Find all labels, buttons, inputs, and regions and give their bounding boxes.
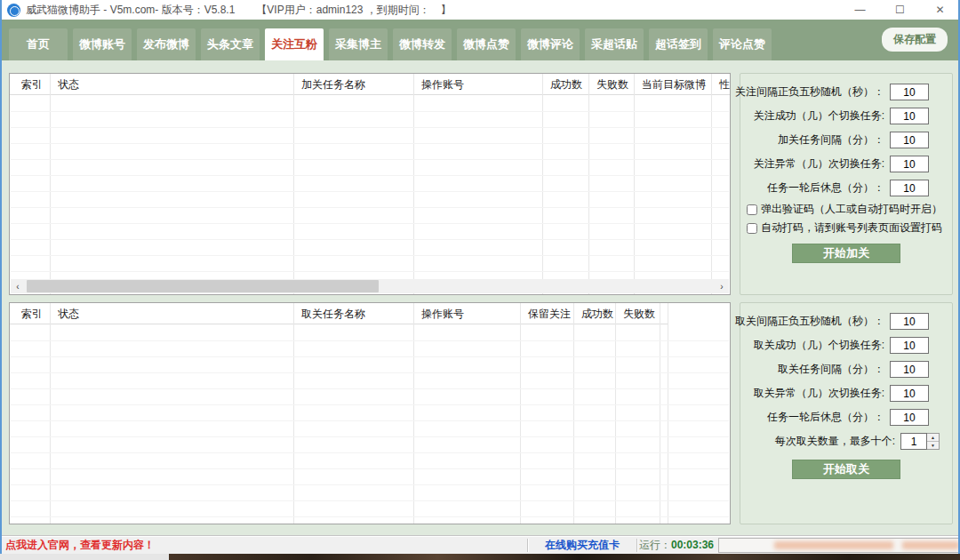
close-button-icon[interactable]: ✕ [920,0,960,20]
follow-table-hscrollbar[interactable]: ‹ › [11,279,729,293]
tab-home[interactable]: 首页 [9,28,68,60]
tab-weibo-repost[interactable]: 微博转发 [393,28,452,60]
follow-col-fail[interactable]: 失败数 [589,74,634,95]
scroll-right-icon[interactable]: › [715,279,729,293]
tab-collect-bloggers[interactable]: 采集博主 [329,28,388,60]
unfollow-task-interval-input[interactable] [890,361,929,378]
save-config-button[interactable]: 保存配置 [882,28,948,52]
follow-error-switch-input[interactable] [890,156,929,172]
tab-weibo-accounts[interactable]: 微博账号 [73,28,132,60]
desktop-wallpaper-strip [169,554,960,560]
tab-publish-weibo[interactable]: 发布微博 [137,28,196,60]
tab-follow-mutual[interactable]: 关注互粉 [265,28,324,60]
unfollow-interval-label: 取关间隔正负五秒随机（秒）： [735,314,884,329]
captcha-popup-checkbox-row[interactable]: 弹出验证码（人工或自动打码时开启） [740,200,952,219]
follow-col-account[interactable]: 操作账号 [414,74,542,95]
stepper-up-icon[interactable]: ▲ [927,434,939,441]
tab-bar: 首页 微博账号 发布微博 头条文章 关注互粉 采集博主 微博转发 微博点赞 微博… [0,20,960,60]
unfollow-rest-input[interactable] [890,409,929,426]
unfollow-col-success[interactable]: 成功数 [574,303,615,324]
follow-col-task-name[interactable]: 加关任务名称 [294,74,413,95]
follow-col-index[interactable]: 索引 [10,74,50,95]
unfollow-batch-label: 每次取关数量，最多十个: [775,434,895,449]
follow-interval-label: 关注间隔正负五秒随机（秒）： [735,84,884,100]
follow-success-switch-input[interactable] [890,108,929,124]
window-title: 威武猫微博助手 - V5m.com- 版本号：V5.8.1 【VIP用户：adm… [26,3,452,18]
unfollow-col-fail[interactable]: 失败数 [616,303,660,324]
unfollow-col-keep-follow[interactable]: 保留关注 [521,303,573,324]
follow-col-current-target[interactable]: 当前目标微博 [635,74,711,95]
unfollow-col-status[interactable]: 状态 [51,303,293,324]
tab-weibo-comment[interactable]: 微博评论 [521,28,580,60]
tab-strip: 首页 微博账号 发布微博 头条文章 关注互粉 采集博主 微博转发 微博点赞 微博… [9,28,772,60]
unfollow-settings-panel: 取关间隔正负五秒随机（秒）： 取关成功（几）个切换任务: 取关任务间隔（分）： … [740,302,953,524]
runtime-indicator: 运行：00:03:36 [637,538,716,553]
buy-card-link[interactable]: 在线购买充值卡 [528,538,636,553]
captcha-popup-checkbox[interactable] [747,204,757,215]
follow-task-table: 索引 状态 加关任务名称 操作账号 成功数 失败数 当前目标微博 性别 ‹ › [9,73,731,295]
captcha-popup-label: 弹出验证码（人工或自动打码时开启） [761,202,942,217]
window-border-left [0,0,2,554]
status-bar: 点我进入官网，查看更新内容！ 在线购买充值卡 运行：00:03:36 [0,535,960,554]
app-window: 威武猫微博助手 - V5m.com- 版本号：V5.8.1 【VIP用户：adm… [0,0,960,560]
unfollow-error-switch-input[interactable] [890,385,929,402]
app-icon [7,4,20,17]
unfollow-batch-stepper: ▲ ▼ [900,433,940,450]
auto-captcha-checkbox-row[interactable]: 自动打码，请到账号列表页面设置打码 [740,219,952,237]
official-site-link[interactable]: 点我进入官网，查看更新内容！ [0,538,155,553]
stepper-down-icon[interactable]: ▼ [927,441,939,449]
desktop-strip [0,554,960,560]
scrollbar-track[interactable] [25,279,715,293]
follow-error-switch-label: 关注异常（几）次切换任务: [754,156,884,172]
maximize-button-icon[interactable]: ☐ [880,0,920,20]
unfollow-col-index[interactable]: 索引 [10,303,50,324]
scrollbar-thumb[interactable] [27,280,379,292]
follow-col-gender[interactable]: 性别 [712,74,731,95]
runtime-value: 00:03:36 [671,539,714,551]
unfollow-col-task-name[interactable]: 取关任务名称 [294,303,413,324]
tab-supertopic-checkin[interactable]: 超话签到 [649,28,708,60]
tab-weibo-like[interactable]: 微博点赞 [457,28,516,60]
start-unfollow-button[interactable]: 开始取关 [792,460,900,479]
tab-collect-supertopic[interactable]: 采超话贴 [585,28,644,60]
unfollow-batch-input[interactable] [900,433,927,450]
unfollow-col-empty [660,303,668,324]
scroll-left-icon[interactable]: ‹ [11,279,25,293]
follow-success-switch-label: 关注成功（几）个切换任务: [754,108,884,124]
auto-captcha-label: 自动打码，请到账号列表页面设置打码 [761,220,942,236]
unfollow-rest-label: 任务一轮后休息（分）： [767,410,884,425]
unfollow-col-account[interactable]: 操作账号 [414,303,520,324]
follow-col-success[interactable]: 成功数 [543,74,588,95]
redacted-info-box [718,538,960,553]
follow-rest-label: 任务一轮后休息（分）： [767,180,884,196]
unfollow-error-switch-label: 取关异常（几）次切换任务: [754,386,884,401]
follow-settings-panel: 关注间隔正负五秒随机（秒）： 关注成功（几）个切换任务: 加关任务间隔（分）： … [740,73,953,295]
auto-captcha-checkbox[interactable] [747,223,757,234]
follow-interval-input[interactable] [890,84,929,100]
unfollow-interval-input[interactable] [890,313,929,330]
titlebar: 威武猫微博助手 - V5m.com- 版本号：V5.8.1 【VIP用户：adm… [0,0,960,20]
start-follow-button[interactable]: 开始加关 [792,244,900,263]
follow-col-status[interactable]: 状态 [51,74,293,95]
redacted-text-blur [902,541,959,549]
minimize-button-icon[interactable]: — [840,0,880,20]
tab-comment-like[interactable]: 评论点赞 [713,28,772,60]
window-controls: — ☐ ✕ [840,0,960,20]
unfollow-task-interval-label: 取关任务间隔（分）： [778,362,884,377]
follow-rest-input[interactable] [890,180,929,196]
follow-task-interval-input[interactable] [890,132,929,148]
unfollow-success-switch-label: 取关成功（几）个切换任务: [754,338,884,353]
unfollow-task-table: 索引 状态 取关任务名称 操作账号 保留关注 成功数 失败数 [9,302,731,524]
tab-toutiao-articles[interactable]: 头条文章 [201,28,260,60]
follow-task-interval-label: 加关任务间隔（分）： [778,132,884,148]
unfollow-success-switch-input[interactable] [890,337,929,354]
runtime-label: 运行： [639,539,671,551]
redacted-text-blur [774,541,893,549]
